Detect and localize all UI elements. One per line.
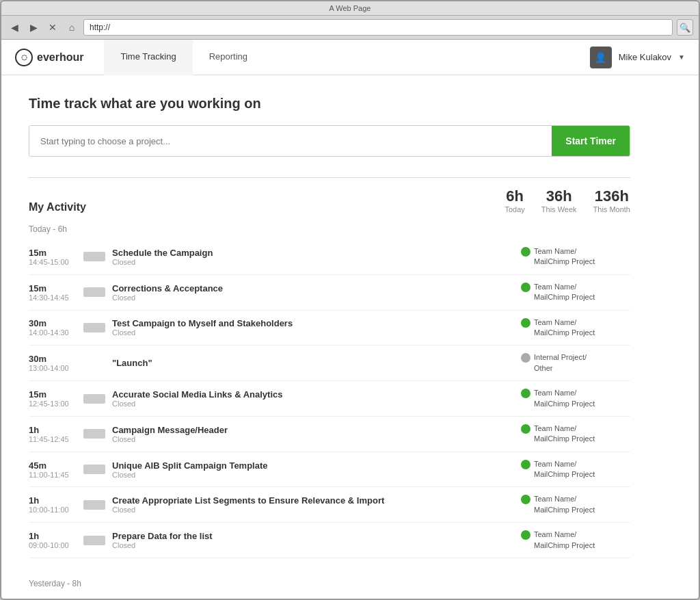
activity-timerange: 14:30-14:45 xyxy=(29,294,77,302)
app-logo: ◌ everhour xyxy=(15,49,83,66)
project-text: Team Name/MailChimp Project xyxy=(534,246,595,268)
nav-right: 👤 Mike Kulakov ▼ xyxy=(590,47,685,68)
nav-tabs: Time Tracking Reporting xyxy=(104,40,589,75)
activity-row[interactable]: 1h 10:00-11:00 Create Appropriate List S… xyxy=(29,487,630,523)
activity-row[interactable]: 1h 09:00-10:00 Prepare Data for the list… xyxy=(29,523,630,558)
activity-details: Corrections & Acceptance Closed xyxy=(112,283,514,302)
project-text: Internal Project/Other xyxy=(534,352,587,374)
logo-text: everhour xyxy=(37,51,83,64)
browser-search-button[interactable]: 🔍 xyxy=(677,19,693,36)
stat-today-value: 6h xyxy=(504,189,524,204)
activity-timerange: 10:00-11:00 xyxy=(29,506,77,514)
browser-titlebar: A Web Page xyxy=(1,1,699,16)
page-heading: Time track what are you working on xyxy=(29,96,630,112)
activity-duration: 15m xyxy=(29,248,77,258)
activity-status: Closed xyxy=(112,435,514,443)
activity-bar-icon xyxy=(83,465,105,474)
activity-time-info: 1h 11:45-12:45 xyxy=(29,425,77,443)
project-text: Team Name/MailChimp Project xyxy=(534,494,595,515)
activity-time-info: 15m 14:45-15:00 xyxy=(29,248,77,266)
activity-name: Unique AIB Split Campaign Template xyxy=(112,460,514,471)
activity-duration: 30m xyxy=(29,354,77,364)
activity-time-info: 30m 14:00-14:30 xyxy=(29,318,77,337)
project-search-input[interactable] xyxy=(29,126,552,156)
activity-row[interactable]: 15m 12:45-13:00 Accurate Social Media Li… xyxy=(29,381,630,417)
page-title-bar: A Web Page xyxy=(329,4,371,12)
activity-project: Team Name/MailChimp Project xyxy=(521,530,630,551)
activity-name: Corrections & Acceptance xyxy=(112,283,514,294)
start-timer-button[interactable]: Start Timer xyxy=(552,126,630,156)
day-group-label: Today - 6h xyxy=(29,224,630,234)
activity-details: Create Appropriate List Segments to Ensu… xyxy=(112,495,514,514)
project-icon xyxy=(521,389,530,398)
activity-duration: 15m xyxy=(29,389,77,400)
activity-name: Create Appropriate List Segments to Ensu… xyxy=(112,495,514,506)
tab-reporting[interactable]: Reporting xyxy=(193,40,264,75)
logo-icon: ◌ xyxy=(15,49,33,66)
activity-list: 15m 14:45-15:00 Schedule the Campaign Cl… xyxy=(29,239,630,558)
activity-project: Team Name/MailChimp Project xyxy=(521,317,630,339)
project-text: Team Name/MailChimp Project xyxy=(534,317,595,339)
activity-bar-icon xyxy=(83,287,105,297)
activity-row[interactable]: 15m 14:30-14:45 Corrections & Acceptance… xyxy=(29,275,630,311)
activity-details: Campaign Message/Header Closed xyxy=(112,425,514,443)
activity-stats: 6h Today 36h This Week 136h This Month xyxy=(504,189,630,213)
stat-today: 6h Today xyxy=(504,189,524,213)
project-text: Team Name/MailChimp Project xyxy=(534,530,595,551)
app-content: ◌ everhour Time Tracking Reporting 👤 Mik… xyxy=(1,40,699,599)
activity-row[interactable]: 15m 14:45-15:00 Schedule the Campaign Cl… xyxy=(29,239,630,275)
activity-status: Closed xyxy=(112,294,514,302)
activity-status: Closed xyxy=(112,258,514,266)
activity-bar-icon xyxy=(83,429,105,439)
activity-duration: 1h xyxy=(29,495,77,506)
stat-today-label: Today xyxy=(504,205,524,213)
user-avatar: 👤 xyxy=(590,47,612,68)
activity-details: Schedule the Campaign Closed xyxy=(112,248,514,266)
tab-time-tracking[interactable]: Time Tracking xyxy=(104,40,192,75)
section-divider xyxy=(29,177,630,178)
main-content: Time track what are you working on Start… xyxy=(1,75,658,599)
app-navbar: ◌ everhour Time Tracking Reporting 👤 Mik… xyxy=(1,40,699,75)
activity-details: Unique AIB Split Campaign Template Close… xyxy=(112,460,514,479)
activity-time-info: 1h 10:00-11:00 xyxy=(29,495,77,514)
project-search-bar: Start Timer xyxy=(29,125,630,157)
stat-week: 36h This Week xyxy=(541,189,577,213)
project-icon xyxy=(521,247,530,257)
activity-timerange: 09:00-10:00 xyxy=(29,541,77,549)
activity-time-info: 15m 14:30-14:45 xyxy=(29,283,77,302)
back-button[interactable]: ◀ xyxy=(7,20,22,35)
activity-bar-icon xyxy=(83,323,105,332)
project-icon xyxy=(521,530,530,540)
project-icon xyxy=(521,424,530,434)
activity-name: Accurate Social Media Links & Analytics xyxy=(112,389,514,400)
activity-project: Team Name/MailChimp Project xyxy=(521,282,630,303)
activity-duration: 15m xyxy=(29,283,77,294)
activity-bar-icon xyxy=(83,536,105,545)
activity-time-info: 1h 09:00-10:00 xyxy=(29,531,77,549)
activity-row[interactable]: 1h 11:45-12:45 Campaign Message/Header C… xyxy=(29,417,630,452)
activity-name: "Launch" xyxy=(112,358,514,368)
activity-time-info: 45m 11:00-11:45 xyxy=(29,460,77,479)
close-button[interactable]: ✕ xyxy=(45,20,60,35)
activity-project: Team Name/MailChimp Project xyxy=(521,246,630,268)
address-bar[interactable] xyxy=(83,19,673,36)
activity-status: Closed xyxy=(112,328,514,337)
home-button[interactable]: ⌂ xyxy=(64,20,79,35)
activity-row[interactable]: 30m 14:00-14:30 Test Campaign to Myself … xyxy=(29,311,630,346)
project-text: Team Name/MailChimp Project xyxy=(534,423,595,445)
activity-details: Prepare Data for the list Closed xyxy=(112,531,514,549)
project-icon xyxy=(521,460,530,469)
activity-timerange: 11:45-12:45 xyxy=(29,435,77,443)
activity-project: Team Name/MailChimp Project xyxy=(521,423,630,445)
activity-time-info: 15m 12:45-13:00 xyxy=(29,389,77,408)
activity-name: Campaign Message/Header xyxy=(112,425,514,435)
forward-button[interactable]: ▶ xyxy=(26,20,41,35)
user-dropdown-arrow[interactable]: ▼ xyxy=(678,53,685,61)
activity-row[interactable]: 30m 13:00-14:00 "Launch" Internal Projec… xyxy=(29,345,630,381)
project-icon xyxy=(521,318,530,328)
stat-month: 136h This Month xyxy=(593,189,630,213)
activity-project: Team Name/MailChimp Project xyxy=(521,459,630,480)
stat-week-label: This Week xyxy=(541,205,577,213)
activity-row[interactable]: 45m 11:00-11:45 Unique AIB Split Campaig… xyxy=(29,452,630,488)
activity-details: "Launch" xyxy=(112,358,514,368)
